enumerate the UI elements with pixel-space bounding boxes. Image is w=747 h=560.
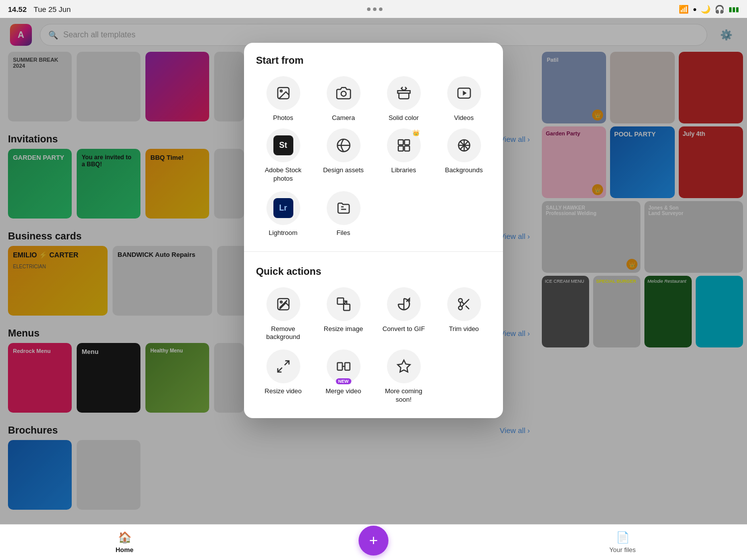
svg-rect-27 xyxy=(345,363,350,370)
svg-line-25 xyxy=(277,368,282,372)
status-date: Tue 25 Jun xyxy=(34,5,71,13)
more-coming-label: More coming soon! xyxy=(376,387,431,404)
adobe-stock-icon-circle: St xyxy=(266,128,300,162)
camera-item[interactable]: Camera xyxy=(316,76,371,122)
adobe-st-icon: St xyxy=(273,135,293,155)
merge-video-label: Merge video xyxy=(326,387,362,396)
lightroom-label: Lightroom xyxy=(269,229,298,237)
lightroom-item[interactable]: Lr Lightroom xyxy=(256,191,310,237)
files-label: Files xyxy=(337,229,350,237)
resize-video-item[interactable]: Resize video xyxy=(256,349,310,404)
backgrounds-icon-circle xyxy=(447,128,481,162)
trim-video-label: Trim video xyxy=(449,325,479,334)
convert-gif-label: Convert to GIF xyxy=(382,325,425,334)
resize-image-icon-circle xyxy=(327,287,361,321)
quick-actions-title: Quick actions xyxy=(256,266,491,277)
svg-rect-5 xyxy=(398,140,403,145)
svg-point-21 xyxy=(458,298,462,302)
backgrounds-item[interactable]: Backgrounds xyxy=(437,128,491,183)
resize-video-label: Resize video xyxy=(264,387,301,396)
status-icons: 📶 ● 🌙 🎧 ▮▮▮ xyxy=(679,4,739,14)
lr-icon: Lr xyxy=(273,198,293,218)
bottom-nav: 🏠 Home + 📄 Your files xyxy=(0,524,747,560)
status-time: 14.52 xyxy=(8,5,27,13)
videos-item[interactable]: Videos xyxy=(437,76,491,122)
start-from-section: Start from Photos xyxy=(244,43,503,249)
backgrounds-label: Backgrounds xyxy=(445,166,483,175)
svg-rect-26 xyxy=(337,363,342,370)
quick-actions-section: Quick actions Remove background xyxy=(244,254,503,419)
headphone-icon: 🎧 xyxy=(715,4,725,14)
remove-bg-item[interactable]: Remove background xyxy=(256,287,310,342)
status-bar: 14.52 Tue 25 Jun 📶 ● 🌙 🎧 ▮▮▮ xyxy=(0,0,747,18)
design-assets-label: Design assets xyxy=(323,166,364,175)
app-container: A 🔍 Search all templates ⚙️ SUMMER BREAK… xyxy=(0,18,747,560)
modal-divider xyxy=(244,251,503,252)
svg-rect-7 xyxy=(398,146,403,151)
battery-icon: ▮▮▮ xyxy=(729,5,739,13)
quick-actions-grid: Remove background Resize image xyxy=(256,287,491,342)
libraries-icon-circle: 👑 xyxy=(387,128,421,162)
home-nav-label: Home xyxy=(116,546,133,554)
network-icon: ● xyxy=(693,5,697,13)
resize-image-item[interactable]: Resize image xyxy=(316,287,371,342)
modal-panel: Start from Photos xyxy=(244,43,503,418)
more-coming-item: More coming soon! xyxy=(376,349,431,404)
wifi-icon: 📶 xyxy=(679,4,689,14)
more-coming-icon-circle xyxy=(387,349,421,383)
adobe-stock-label: Adobe Stock photos xyxy=(256,166,310,183)
home-nav-item[interactable]: 🏠 Home xyxy=(0,531,249,554)
modal-overlay[interactable]: Start from Photos xyxy=(0,18,747,524)
svg-point-17 xyxy=(280,301,282,303)
home-icon: 🏠 xyxy=(118,531,131,544)
solid-color-label: Solid color xyxy=(388,114,419,122)
design-assets-icon-circle xyxy=(327,128,361,162)
fab-nav-item[interactable]: + xyxy=(249,526,498,560)
remove-bg-label: Remove background xyxy=(256,325,310,342)
svg-point-2 xyxy=(341,91,346,96)
libraries-crown: 👑 xyxy=(412,129,420,136)
new-badge: NEW xyxy=(336,378,351,384)
convert-gif-item[interactable]: Convert to GIF xyxy=(376,287,431,342)
files-nav-item[interactable]: 📄 Your files xyxy=(498,531,747,554)
convert-gif-icon-circle xyxy=(387,287,421,321)
start-from-title: Start from xyxy=(256,55,491,66)
fab-button[interactable]: + xyxy=(359,526,388,556)
moon-icon: 🌙 xyxy=(701,4,711,14)
resize-image-label: Resize image xyxy=(324,325,363,334)
photos-icon-circle xyxy=(266,76,300,110)
videos-label: Videos xyxy=(454,114,474,122)
libraries-item[interactable]: 👑 Libraries xyxy=(376,128,431,183)
svg-point-22 xyxy=(458,306,462,310)
svg-point-1 xyxy=(280,90,282,92)
photos-item[interactable]: Photos xyxy=(256,76,310,122)
resize-video-icon-circle xyxy=(266,349,300,383)
svg-rect-19 xyxy=(337,298,344,304)
svg-marker-4 xyxy=(463,91,467,96)
adobe-stock-item[interactable]: St Adobe Stock photos xyxy=(256,128,310,183)
solid-color-item[interactable]: Solid color xyxy=(376,76,431,122)
photos-label: Photos xyxy=(273,114,293,122)
files-nav-icon: 📄 xyxy=(616,531,629,544)
camera-label: Camera xyxy=(332,114,355,122)
camera-icon-circle xyxy=(327,76,361,110)
files-item[interactable]: Files xyxy=(316,191,371,237)
lightroom-icon-circle: Lr xyxy=(266,191,300,225)
fab-plus-icon: + xyxy=(369,533,378,548)
svg-rect-8 xyxy=(404,146,409,151)
solid-color-icon-circle xyxy=(387,76,421,110)
start-from-grid: Photos Camera xyxy=(256,76,491,183)
libraries-label: Libraries xyxy=(391,166,416,175)
design-assets-item[interactable]: Design assets xyxy=(316,128,371,183)
svg-line-24 xyxy=(284,361,289,365)
merge-video-item[interactable]: NEW Merge video xyxy=(316,349,371,404)
remove-bg-icon-circle xyxy=(266,287,300,321)
merge-video-icon-circle: NEW xyxy=(327,349,361,383)
videos-icon-circle xyxy=(447,76,481,110)
files-icon-circle xyxy=(327,191,361,225)
svg-rect-20 xyxy=(344,304,350,311)
trim-video-item[interactable]: Trim video xyxy=(437,287,491,342)
status-center-dots xyxy=(367,7,382,11)
trim-video-icon-circle xyxy=(447,287,481,321)
files-nav-label: Your files xyxy=(610,546,636,554)
